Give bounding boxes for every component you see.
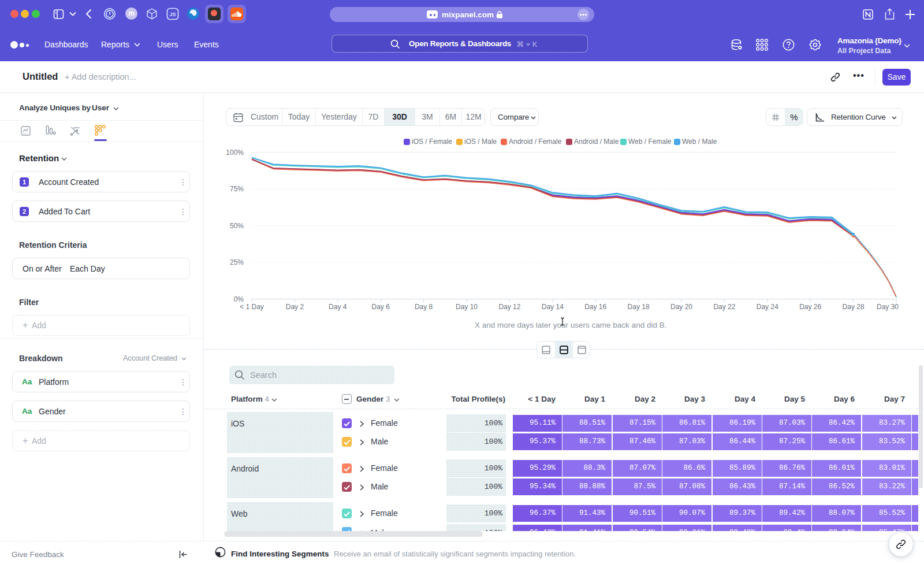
svg-text:Day 2: Day 2 (286, 303, 304, 311)
svg-text:Day 28: Day 28 (843, 303, 865, 311)
svg-text:Day 22: Day 22 (713, 303, 735, 311)
svg-text:Day 14: Day 14 (542, 303, 564, 311)
svg-text:Day 10: Day 10 (456, 303, 478, 311)
svg-text:Day 24: Day 24 (757, 303, 778, 311)
svg-text:Day 20: Day 20 (670, 303, 692, 311)
svg-text:Day 16: Day 16 (584, 303, 606, 311)
svg-text:Day 12: Day 12 (498, 303, 520, 311)
svg-text:Day 8: Day 8 (415, 303, 433, 311)
svg-text:Day 26: Day 26 (799, 303, 821, 311)
svg-text:Day 30: Day 30 (877, 303, 899, 311)
svg-text:Day 4: Day 4 (329, 303, 347, 311)
svg-text:Day 6: Day 6 (372, 303, 390, 311)
svg-text:50%: 50% (230, 222, 244, 230)
svg-text:< 1 Day: < 1 Day (240, 303, 264, 311)
svg-text:75%: 75% (230, 185, 244, 193)
svg-text:25%: 25% (230, 258, 244, 266)
svg-text:0%: 0% (234, 295, 244, 303)
svg-text:Day 18: Day 18 (628, 303, 650, 311)
svg-text:100%: 100% (226, 149, 244, 157)
